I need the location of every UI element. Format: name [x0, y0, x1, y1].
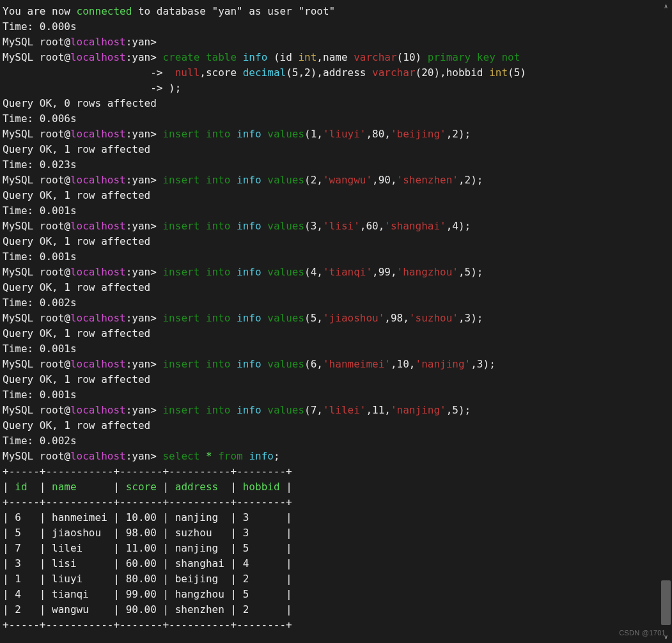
scroll-up-button[interactable]: ∧: [660, 0, 672, 12]
scrollbar[interactable]: ∧ ∨: [660, 0, 672, 643]
terminal-viewport[interactable]: You are now connected to database "yan" …: [0, 0, 660, 643]
scrollbar-thumb[interactable]: [661, 580, 671, 625]
watermark: CSDN @1701: [619, 625, 666, 640]
terminal-output[interactable]: You are now connected to database "yan" …: [0, 0, 660, 637]
terminal-window: You are now connected to database "yan" …: [0, 0, 672, 643]
